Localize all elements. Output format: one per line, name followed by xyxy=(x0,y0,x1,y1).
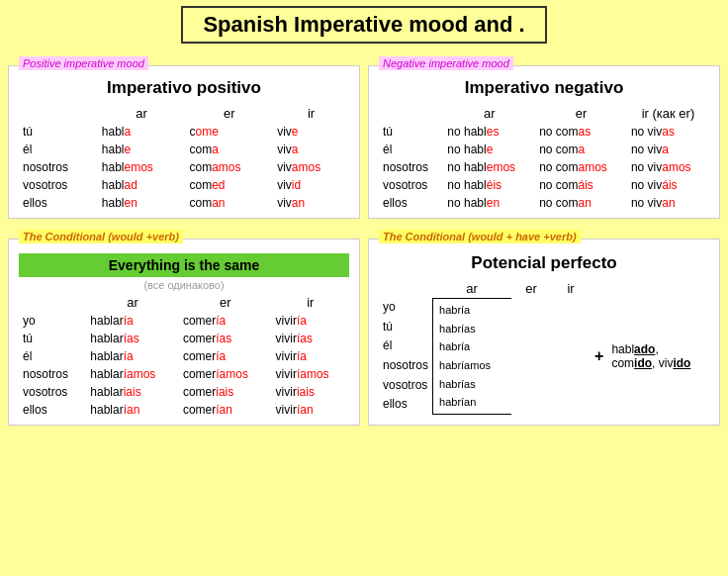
neg-col-er: er xyxy=(535,104,627,123)
cell: hablemos xyxy=(98,158,186,176)
conditional-perfect-section: The Conditional (would + have +verb) Pot… xyxy=(368,239,720,426)
table-row: nosotros hablaríamos comeríamos viviríam… xyxy=(19,365,349,383)
page-title: Spanish Imperative mood and . xyxy=(181,6,546,44)
table-row: tú no hables no comas no vivas xyxy=(379,123,709,141)
subject-ellos: ellos xyxy=(19,194,98,212)
cell: hablad xyxy=(98,176,186,194)
cell: hable xyxy=(98,141,186,158)
table-row: él no hable no coma no viva xyxy=(379,141,709,158)
cell: coman xyxy=(185,194,273,212)
table-row: ellos hablarían comerían vivirían xyxy=(19,401,349,419)
positive-table: ar er ir tú habla come vive él hable com… xyxy=(19,104,349,212)
table-row: vosotros no habléis no comáis no viváis xyxy=(379,176,709,194)
table-row: él hablaría comería viviría xyxy=(19,347,349,365)
positive-imperative-section: Positive imperative mood Imperativo posi… xyxy=(8,65,360,219)
table-row: él hable coma viva xyxy=(19,141,349,158)
neg-col-ir: ir (как er) xyxy=(627,104,709,123)
conditional-section: The Conditional (would +verb) Everything… xyxy=(8,239,360,426)
subject-el: él xyxy=(19,141,98,158)
conditional-label: The Conditional (would +verb) xyxy=(19,230,183,243)
cell: coma xyxy=(185,141,273,158)
conditional-table: ar er ir yo hablaría comería viviría tú … xyxy=(19,293,349,419)
cell: come xyxy=(185,123,273,141)
positive-title: Imperativo positivo xyxy=(19,78,349,98)
cell: habla xyxy=(98,123,186,141)
neg-col-ar: ar xyxy=(443,104,535,123)
positive-label: Positive imperative mood xyxy=(19,56,148,70)
table-row: yo habríahabríashabríahabríamoshabríasha… xyxy=(379,298,709,318)
table-row: ellos no hablen no coman no vivan xyxy=(379,194,709,212)
table-row: vosotros hablad comed vivid xyxy=(19,176,349,194)
same-text: Everything is the same xyxy=(19,253,349,277)
negative-title: Imperativo negativo xyxy=(379,78,709,98)
cell: vive xyxy=(273,123,349,141)
cell: comamos xyxy=(185,158,273,176)
table-row: ellos hablen coman vivan xyxy=(19,194,349,212)
cell: vivamos xyxy=(273,158,349,176)
negative-label: Negative imperative mood xyxy=(379,56,513,70)
cell: viva xyxy=(273,141,349,158)
conditional-perfect-title: Potencial perfecto xyxy=(379,253,709,273)
subject-vosotros: vosotros xyxy=(19,176,98,194)
negative-table: ar er ir (как er) tú no hables no comas … xyxy=(379,104,709,212)
negative-imperative-section: Negative imperative mood Imperativo nega… xyxy=(368,65,720,219)
pos-col-ar: ar xyxy=(98,104,186,123)
table-row: yo hablaría comería viviría xyxy=(19,312,349,330)
conditional-note: (все одинаково) xyxy=(19,279,349,291)
cell: vivan xyxy=(273,194,349,212)
cell: comed xyxy=(185,176,273,194)
table-row: nosotros no hablemos no comamos no vivam… xyxy=(379,158,709,176)
cell: vivid xyxy=(273,176,349,194)
conditional-perfect-table: ar er ir yo habríahabríashabríahabríamos… xyxy=(379,279,709,415)
cell: hablen xyxy=(98,194,186,212)
subject-tu: tú xyxy=(19,123,98,141)
table-row: tú habla come vive xyxy=(19,123,349,141)
table-row: nosotros hablemos comamos vivamos xyxy=(19,158,349,176)
table-row: vosotros hablariais comeriais viviriais xyxy=(19,383,349,401)
conditional-perfect-label: The Conditional (would + have +verb) xyxy=(379,230,581,243)
pos-col-er: er xyxy=(185,104,273,123)
table-row: tú hablarías comerías vivirías xyxy=(19,330,349,347)
subject-nosotros: nosotros xyxy=(19,158,98,176)
pos-col-ir: ir xyxy=(273,104,349,123)
